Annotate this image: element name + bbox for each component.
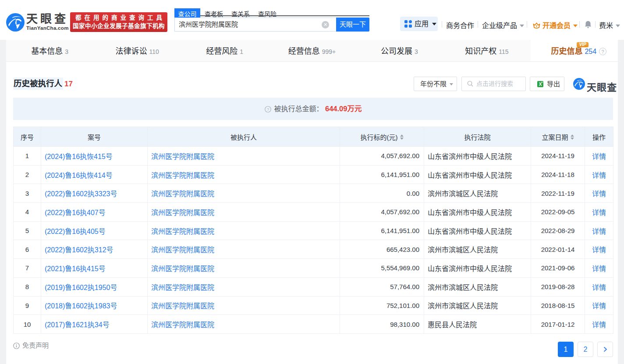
svg-text:X: X (539, 82, 542, 87)
svg-text:?: ? (266, 107, 269, 112)
